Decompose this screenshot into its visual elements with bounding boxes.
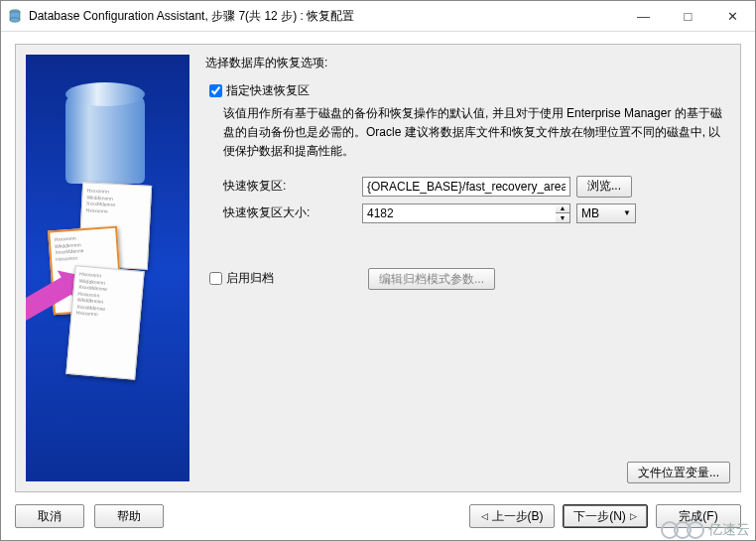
finish-button[interactable]: 完成(F) (656, 504, 741, 528)
fra-size-row: 快速恢复区大小: ▲ ▼ MB ▼ (223, 203, 724, 223)
archive-row: 启用归档 编辑归档模式参数... (205, 267, 724, 292)
specify-fra-checkbox[interactable] (209, 84, 222, 97)
size-unit-value: MB (581, 206, 599, 220)
button-bar-right: ◁ 上一步(B) 下一步(N) ▷ 完成(F) (469, 504, 741, 528)
browse-button[interactable]: 浏览... (576, 176, 632, 198)
wizard-button-bar: 取消 帮助 ◁ 上一步(B) 下一步(N) ▷ 完成(F) (15, 498, 741, 534)
fra-path-row: 快速恢复区: 浏览... (223, 176, 724, 198)
fra-size-label: 快速恢复区大小: (223, 204, 362, 221)
next-button[interactable]: 下一步(N) ▷ (563, 504, 648, 528)
back-double-chevron-icon: ◁ (481, 511, 488, 521)
back-button[interactable]: ◁ 上一步(B) (469, 504, 555, 528)
enable-archive-checkbox[interactable] (209, 272, 222, 285)
database-cylinder-graphic (65, 94, 145, 184)
spinner-buttons: ▲ ▼ (556, 203, 570, 223)
enable-archive-checkbox-row[interactable]: 启用归档 (205, 269, 362, 288)
wizard-side-image: HxxxxnnnWkddknnnnXxxxMdenneHxxxxnnn Hxxx… (26, 55, 189, 481)
minimize-button[interactable]: ― (621, 1, 666, 31)
help-button[interactable]: 帮助 (94, 504, 164, 528)
titlebar: Database Configuration Assistant, 步骤 7(共… (1, 1, 755, 32)
window-controls: ― □ ✕ (621, 1, 755, 31)
file-var-row: 文件位置变量... (621, 462, 730, 483)
fra-path-input[interactable] (362, 177, 570, 197)
chevron-down-icon: ▼ (623, 208, 631, 217)
cancel-button[interactable]: 取消 (15, 504, 84, 528)
app-window: Database Configuration Assistant, 步骤 7(共… (0, 0, 756, 541)
svg-point-2 (10, 18, 20, 22)
spinner-down-icon[interactable]: ▼ (556, 213, 569, 222)
form-area: 选择数据库的恢复选项: 指定快速恢复区 该值用作所有基于磁盘的备份和恢复操作的默… (197, 45, 740, 491)
spinner-up-icon[interactable]: ▲ (556, 204, 569, 214)
fra-description: 该值用作所有基于磁盘的备份和恢复操作的默认值, 并且对于使用 Enterpris… (223, 104, 724, 162)
specify-fra-checkbox-row[interactable]: 指定快速恢复区 (205, 81, 724, 100)
next-double-chevron-icon: ▷ (630, 511, 637, 521)
file-location-variables-button[interactable]: 文件位置变量... (627, 462, 730, 483)
next-button-label: 下一步(N) (573, 508, 626, 525)
content-area: HxxxxnnnWkddknnnnXxxxMdenneHxxxxnnn Hxxx… (1, 32, 755, 540)
specify-fra-label: 指定快速恢复区 (226, 82, 310, 99)
paper-graphic: HxxxxnnnWkddknnnnXxxxMdenneHxxxxnnnWkddk… (65, 265, 144, 380)
fra-size-input[interactable] (362, 203, 556, 223)
size-unit-select[interactable]: MB ▼ (576, 203, 636, 223)
app-icon (7, 8, 23, 24)
window-title: Database Configuration Assistant, 步骤 7(共… (29, 8, 621, 25)
prompt-text: 选择数据库的恢复选项: (205, 51, 724, 79)
wizard-panel: HxxxxnnnWkddknnnnXxxxMdenneHxxxxnnn Hxxx… (15, 44, 741, 492)
back-button-label: 上一步(B) (492, 508, 544, 525)
maximize-button[interactable]: □ (666, 1, 710, 31)
fra-size-spinner: ▲ ▼ (362, 203, 570, 223)
button-bar-left: 取消 帮助 (15, 504, 164, 528)
fra-path-label: 快速恢复区: (223, 178, 362, 195)
close-button[interactable]: ✕ (710, 1, 755, 31)
enable-archive-label: 启用归档 (226, 270, 274, 287)
edit-archive-params-button[interactable]: 编辑归档模式参数... (368, 268, 495, 290)
